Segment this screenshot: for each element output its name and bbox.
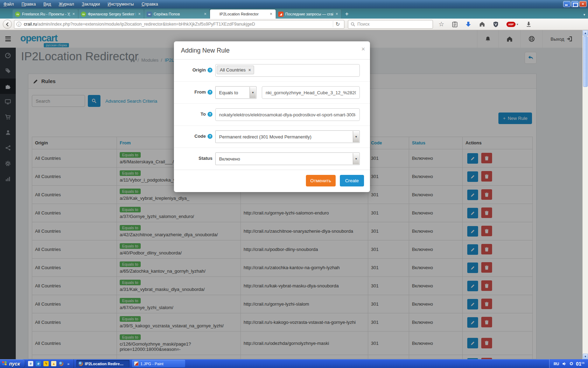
browser-tab[interactable]: ruFreelance.Ru - Проекты - Уд…× bbox=[13, 9, 78, 19]
code-label: Code bbox=[195, 134, 206, 139]
menu-items: ФайлПравкаВидЖурналЗакладкиИнструментыСп… bbox=[4, 2, 166, 7]
from-input[interactable] bbox=[262, 86, 360, 99]
help-icon[interactable]: ? bbox=[208, 90, 212, 95]
search-placeholder: Поиск bbox=[357, 22, 370, 27]
select-caret-icon: ▾ bbox=[353, 153, 359, 164]
scrollbar-thumb[interactable] bbox=[583, 36, 588, 87]
freelance-icon: ru bbox=[81, 12, 86, 17]
cancel-button[interactable]: Отменить bbox=[306, 175, 336, 186]
tray-status-icon[interactable] bbox=[569, 362, 573, 366]
help-icon[interactable]: ? bbox=[208, 134, 212, 139]
status-field-row: Status Включено ▾ bbox=[174, 148, 370, 170]
abp-caret-icon: ▾ bbox=[517, 23, 518, 26]
modal-close-icon[interactable]: × bbox=[361, 46, 365, 53]
vk-icon: w bbox=[147, 12, 152, 17]
tab-close-icon[interactable]: × bbox=[138, 12, 141, 16]
help-icon[interactable]: ? bbox=[208, 112, 212, 117]
tab-close-icon[interactable]: × bbox=[72, 12, 76, 16]
status-label: Status bbox=[198, 156, 212, 161]
reading-list-icon[interactable] bbox=[452, 21, 457, 27]
select-caret-icon: ▾ bbox=[250, 87, 256, 98]
origin-tag-input[interactable]: All Countries × bbox=[215, 64, 360, 77]
menu-icon[interactable] bbox=[539, 22, 545, 27]
shield-icon[interactable] bbox=[493, 21, 498, 27]
origin-label: Origin bbox=[192, 67, 206, 73]
browser-tab[interactable]: ruФрилансер Sergey Seeker IN…× bbox=[78, 9, 144, 19]
adding-new-rule-modal: Adding New Rule × Origin? All Countries … bbox=[174, 41, 370, 192]
system-tray: RU 01 06 bbox=[549, 359, 588, 368]
save-page-icon[interactable] bbox=[526, 21, 531, 27]
toolbar-icons: ☆ ABP ▾ bbox=[439, 20, 545, 28]
tab-label: Freelance.Ru - Проекты - Уд… bbox=[22, 12, 70, 16]
language-indicator[interactable]: RU bbox=[554, 362, 559, 366]
site-info-icon[interactable]: i bbox=[16, 22, 21, 27]
scroll-up-icon[interactable]: ▲ bbox=[583, 30, 588, 36]
browser-search-field[interactable]: Поиск bbox=[348, 20, 433, 29]
help-icon[interactable]: ? bbox=[208, 68, 212, 73]
url-bar[interactable]: i crail.ru/admin/index.php?route=extensi… bbox=[14, 20, 344, 29]
lightning-icon[interactable]: ϟ bbox=[43, 361, 49, 366]
menu-item[interactable]: Инструменты bbox=[108, 2, 134, 7]
code-select[interactable]: Permanent redirect (301 Moved Permanentl… bbox=[215, 130, 360, 143]
browser-tab[interactable]: wСерёжа Попов× bbox=[144, 9, 210, 19]
volume-icon[interactable] bbox=[562, 362, 567, 366]
tab-label: Последние запросы — crail.r… bbox=[285, 12, 333, 16]
browser-tab[interactable]: ◢Последние запросы — crail.r…× bbox=[276, 9, 342, 19]
new-tab-button[interactable]: + bbox=[342, 11, 352, 19]
back-arrow-icon bbox=[5, 22, 10, 27]
maximize-button[interactable] bbox=[571, 1, 579, 7]
home-icon[interactable] bbox=[479, 21, 485, 27]
modal-title: Adding New Rule bbox=[181, 47, 230, 54]
status-select[interactable]: Включено ▾ bbox=[215, 152, 360, 165]
taskbar: пуск e e ϟ ▲ » IP2Location Redire…1.JPG … bbox=[0, 359, 588, 368]
code-field-row: Code? Permanent redirect (301 Moved Perm… bbox=[174, 126, 370, 148]
quick-launch-overflow[interactable]: » bbox=[66, 362, 71, 366]
from-operator-select[interactable]: Equals to ▾ bbox=[215, 86, 257, 99]
page-scrollbar[interactable]: ▲ ▼ bbox=[582, 30, 588, 359]
menu-item[interactable]: Закладки bbox=[82, 2, 100, 7]
reload-icon[interactable]: ↻ bbox=[333, 21, 342, 27]
menu-item[interactable]: Файл bbox=[4, 2, 14, 7]
abp-icon[interactable]: ABP ▾ bbox=[506, 22, 518, 27]
scroll-down-icon[interactable]: ▼ bbox=[583, 354, 588, 359]
start-button[interactable]: пуск bbox=[0, 359, 25, 368]
stats-icon: ◢ bbox=[278, 12, 284, 17]
to-input[interactable] bbox=[215, 108, 360, 121]
menu-item[interactable]: Вид bbox=[43, 2, 51, 7]
tab-label: IP2Location Redirector bbox=[219, 12, 267, 16]
from-field-row: From? Equals to ▾ bbox=[174, 82, 370, 104]
chip-remove-icon[interactable]: × bbox=[248, 68, 251, 73]
tab-close-icon[interactable]: × bbox=[203, 12, 207, 16]
browser-tab[interactable]: IP2Location Redirector× bbox=[210, 9, 276, 19]
taskbar-task[interactable]: 1.JPG - Paint bbox=[132, 360, 185, 367]
bookmark-star-icon[interactable]: ☆ bbox=[439, 20, 444, 28]
tab-close-icon[interactable]: × bbox=[335, 12, 339, 16]
close-window-button[interactable]: × bbox=[579, 1, 587, 7]
tab-close-icon[interactable]: × bbox=[269, 12, 273, 16]
tab-list-caret-icon[interactable]: ▾ bbox=[583, 13, 585, 16]
firefox-icon[interactable] bbox=[59, 361, 63, 366]
taskbar-task[interactable]: IP2Location Redire… bbox=[76, 360, 130, 367]
ie-icon[interactable]: e bbox=[36, 361, 41, 366]
menu-item[interactable]: Журнал bbox=[59, 2, 74, 7]
menu-item[interactable]: Правка bbox=[22, 2, 36, 7]
tab-label: Серёжа Попов bbox=[154, 12, 202, 16]
taskbar-clock[interactable]: 01 06 bbox=[576, 361, 584, 366]
origin-chip: All Countries × bbox=[217, 66, 254, 74]
warning-triangle-icon[interactable]: ▲ bbox=[51, 361, 56, 366]
windows-flag-icon bbox=[2, 361, 7, 366]
modal-footer: Отменить Create bbox=[174, 170, 370, 192]
start-label: пуск bbox=[9, 361, 20, 367]
paint-icon bbox=[134, 361, 139, 366]
app-icon[interactable]: e bbox=[28, 361, 33, 366]
menu-item[interactable]: Справка bbox=[141, 2, 158, 7]
modal-header: Adding New Rule × bbox=[174, 41, 370, 60]
downloads-icon[interactable] bbox=[465, 21, 471, 27]
task-buttons: IP2Location Redire…1.JPG - Paint bbox=[74, 360, 185, 367]
back-button[interactable] bbox=[3, 20, 12, 29]
minimize-button[interactable] bbox=[563, 1, 570, 7]
to-label: To bbox=[201, 111, 206, 117]
from-label: From bbox=[195, 89, 206, 95]
create-button[interactable]: Create bbox=[340, 175, 364, 186]
url-text: crail.ru/admin/index.php?route=extension… bbox=[24, 22, 333, 27]
